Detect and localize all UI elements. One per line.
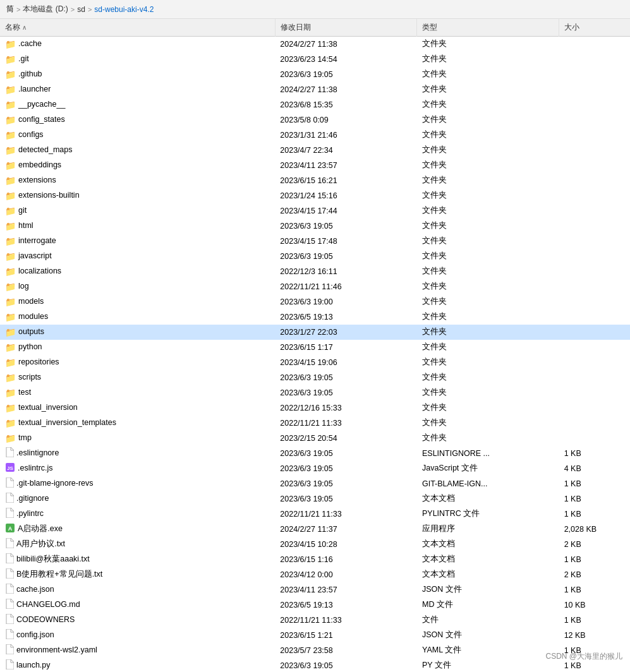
file-type-cell: PYLINTRC 文件 — [417, 507, 559, 522]
file-date-cell: 2023/4/11 23:57 — [275, 158, 417, 173]
file-date-cell: 2023/2/15 20:54 — [275, 431, 417, 446]
table-row[interactable]: CHANGELOG.md2023/6/5 19:13MD 文件10 KB — [0, 597, 630, 613]
file-icon-generic — [5, 447, 14, 459]
file-date-cell: 2022/11/21 11:33 — [275, 507, 417, 522]
table-row[interactable]: config.json2023/6/15 1:21JSON 文件12 KB — [0, 628, 630, 643]
file-size-cell — [559, 400, 630, 416]
file-name-text: .cache — [18, 39, 42, 48]
table-row[interactable]: 📁extensions2023/6/15 16:21文件夹 — [0, 173, 630, 188]
file-name-text: .launcher — [18, 85, 51, 93]
table-row[interactable]: cache.json2023/4/11 23:57JSON 文件1 KB — [0, 582, 630, 597]
exe-icon: A — [5, 523, 15, 535]
file-name-cell: 📁test — [0, 385, 275, 400]
col-header-date[interactable]: 修改日期 — [275, 19, 417, 37]
table-row[interactable]: 📁repositories2023/4/15 19:06文件夹 — [0, 355, 630, 370]
table-row[interactable]: 📁models2023/6/3 19:00文件夹 — [0, 294, 630, 309]
table-row[interactable]: JS.eslintrc.js2023/6/3 19:05JavaScript 文… — [0, 461, 630, 476]
file-name-text: B使用教程+常见问题.txt — [16, 570, 102, 579]
table-row[interactable]: 📁.github2023/6/3 19:05文件夹 — [0, 67, 630, 82]
svg-text:A: A — [8, 525, 13, 532]
table-row[interactable]: launch.py2023/6/3 19:05PY 文件1 KB — [0, 658, 630, 673]
file-name-text: .gitignore — [16, 494, 49, 503]
table-row[interactable]: 📁scripts2023/6/3 19:05文件夹 — [0, 370, 630, 385]
file-icon-generic — [5, 629, 14, 641]
table-row[interactable]: 📁embeddings2023/4/11 23:57文件夹 — [0, 158, 630, 173]
table-row[interactable]: 📁html2023/6/3 19:05文件夹 — [0, 219, 630, 234]
folder-icon: 📁 — [5, 176, 16, 186]
file-date-cell: 2022/11/21 11:33 — [275, 613, 417, 628]
table-row[interactable]: 📁config_states2023/5/8 0:09文件夹 — [0, 112, 630, 128]
file-name-cell: 📁textual_inversion_templates — [0, 416, 275, 431]
table-row[interactable]: .gitignore2023/6/3 19:05文本文档1 KB — [0, 491, 630, 507]
file-date-cell: 2023/4/15 17:44 — [275, 203, 417, 219]
breadcrumb-sep2: > — [71, 6, 75, 13]
col-header-name[interactable]: 名称 — [0, 19, 275, 37]
file-name-text: launch.py — [16, 661, 51, 669]
breadcrumb-local[interactable]: 本地磁盘 (D:) — [23, 4, 68, 15]
table-row[interactable]: 📁detected_maps2023/4/7 22:34文件夹 — [0, 143, 630, 158]
file-date-cell: 2023/6/3 19:05 — [275, 658, 417, 673]
folder-icon: 📁 — [5, 251, 16, 261]
table-row[interactable]: 📁python2023/6/15 1:17文件夹 — [0, 340, 630, 355]
file-table: 名称 修改日期 类型 大小 📁.cache2024/2/27 11:38文件夹📁… — [0, 19, 630, 672]
table-row[interactable]: 📁test2023/6/3 19:05文件夹 — [0, 385, 630, 400]
file-date-cell: 2023/5/8 0:09 — [275, 112, 417, 128]
file-type-cell: GIT-BLAME-IGN... — [417, 476, 559, 491]
file-name-cell: .eslintignore — [0, 446, 275, 461]
file-name-cell: AA启动器.exe — [0, 522, 275, 537]
table-row[interactable]: 📁textual_inversion_templates2022/11/21 1… — [0, 416, 630, 431]
table-row[interactable]: 📁modules2023/6/5 19:13文件夹 — [0, 309, 630, 325]
breadcrumb-current[interactable]: sd-webui-aki-v4.2 — [94, 5, 154, 14]
col-header-size[interactable]: 大小 — [559, 19, 630, 37]
file-date-cell: 2023/6/3 19:05 — [275, 491, 417, 507]
file-date-cell: 2023/6/3 19:05 — [275, 219, 417, 234]
file-name-text: textual_inversion — [18, 403, 78, 412]
table-row[interactable]: 📁configs2023/1/31 21:46文件夹 — [0, 128, 630, 143]
file-icon-generic — [5, 568, 14, 580]
col-header-type[interactable]: 类型 — [417, 19, 559, 37]
folder-icon: 📁 — [5, 206, 16, 216]
file-name-text: config.json — [16, 630, 54, 639]
table-row[interactable]: 📁outputs2023/1/27 22:03文件夹 — [0, 325, 630, 340]
table-row[interactable]: environment-wsl2.yaml2023/5/7 23:58YAML … — [0, 643, 630, 658]
table-row[interactable]: 📁textual_inversion2022/12/16 15:33文件夹 — [0, 400, 630, 416]
table-row[interactable]: 📁tmp2023/2/15 20:54文件夹 — [0, 431, 630, 446]
file-name-cell: 📁interrogate — [0, 234, 275, 249]
file-name-cell: CODEOWNERS — [0, 613, 275, 628]
breadcrumb-home[interactable]: 筒 — [6, 4, 14, 15]
table-row[interactable]: 📁git2023/4/15 17:44文件夹 — [0, 203, 630, 219]
file-date-cell: 2023/6/3 19:05 — [275, 461, 417, 476]
table-row[interactable]: .pylintrc2022/11/21 11:33PYLINTRC 文件1 KB — [0, 507, 630, 522]
table-row[interactable]: 📁__pycache__2023/6/8 15:35文件夹 — [0, 97, 630, 112]
folder-icon: 📁 — [5, 54, 16, 64]
table-row[interactable]: B使用教程+常见问题.txt2023/4/12 0:00文本文档2 KB — [0, 567, 630, 582]
table-row[interactable]: 📁.cache2024/2/27 11:38文件夹 — [0, 37, 630, 52]
table-row[interactable]: .eslintignore2023/6/3 19:05ESLINTIGNORE … — [0, 446, 630, 461]
table-row[interactable]: 📁interrogate2023/4/15 17:48文件夹 — [0, 234, 630, 249]
table-row[interactable]: 📁.launcher2024/2/27 11:38文件夹 — [0, 82, 630, 97]
file-name-text: cache.json — [16, 585, 54, 594]
file-name-text: bilibili@秋葉aaaki.txt — [16, 555, 90, 563]
folder-icon: 📁 — [5, 388, 16, 398]
table-row[interactable]: CODEOWNERS2022/11/21 11:33文件1 KB — [0, 613, 630, 628]
table-row[interactable]: bilibili@秋葉aaaki.txt2023/6/15 1:16文本文档1 … — [0, 552, 630, 567]
file-name-cell: 📁extensions-builtin — [0, 188, 275, 203]
table-row[interactable]: 📁.git2023/6/23 14:54文件夹 — [0, 52, 630, 67]
table-row[interactable]: 📁javascript2023/6/3 19:05文件夹 — [0, 249, 630, 264]
file-size-cell — [559, 143, 630, 158]
breadcrumb-sd[interactable]: sd — [77, 5, 85, 14]
table-row[interactable]: 📁localizations2022/12/3 16:11文件夹 — [0, 264, 630, 279]
file-size-cell: 1 KB — [559, 552, 630, 567]
file-type-cell: 应用程序 — [417, 522, 559, 537]
file-size-cell: 2,028 KB — [559, 522, 630, 537]
table-row[interactable]: .git-blame-ignore-revs2023/6/3 19:05GIT-… — [0, 476, 630, 491]
table-row[interactable]: 📁log2022/11/21 11:46文件夹 — [0, 279, 630, 294]
table-row[interactable]: 📁extensions-builtin2023/1/24 15:16文件夹 — [0, 188, 630, 203]
file-date-cell: 2023/6/8 15:35 — [275, 97, 417, 112]
file-name-cell: bilibili@秋葉aaaki.txt — [0, 552, 275, 567]
folder-icon: 📁 — [5, 160, 16, 171]
file-date-cell: 2023/6/3 19:05 — [275, 370, 417, 385]
table-row[interactable]: AA启动器.exe2024/2/27 11:37应用程序2,028 KB — [0, 522, 630, 537]
file-name-text: .git-blame-ignore-revs — [16, 479, 94, 488]
table-row[interactable]: A用户协议.txt2023/4/15 10:28文本文档2 KB — [0, 537, 630, 552]
